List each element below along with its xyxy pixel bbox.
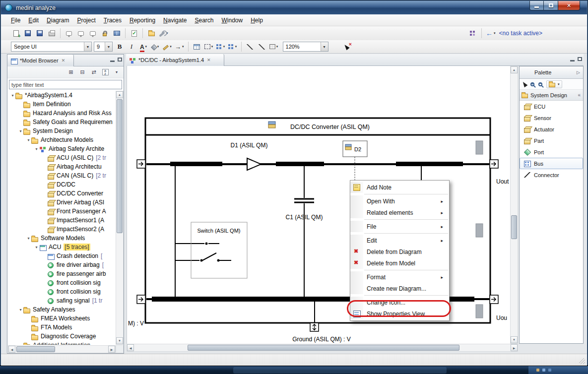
tree-item[interactable]: ▾Architecture Models: [8, 135, 116, 144]
editor-hscrollbar[interactable]: ◀ ▶: [127, 344, 518, 352]
back-button[interactable]: ▾: [484, 28, 497, 39]
open-resource-button[interactable]: [145, 28, 157, 39]
context-menu-item[interactable]: Add Note: [350, 182, 449, 193]
context-menu-item[interactable]: Delete from Model: [350, 257, 449, 269]
new-comment-button[interactable]: [63, 28, 75, 39]
collapse-all-button[interactable]: ⊟: [77, 67, 87, 77]
tree-expand-arrow[interactable]: ▾: [34, 245, 39, 249]
maximize-view-icon[interactable]: [578, 57, 582, 61]
menu-item-diagram[interactable]: Diagram: [43, 15, 73, 25]
filter-input[interactable]: [9, 80, 122, 89]
scroll-up-icon[interactable]: ▲: [511, 66, 518, 73]
tree-expand-arrow[interactable]: ▾: [18, 308, 23, 312]
new-diagram-button[interactable]: [10, 28, 22, 39]
taskbar[interactable]: [0, 366, 588, 374]
close-icon[interactable]: ✕: [207, 58, 211, 62]
menu-item-navigate[interactable]: Navigate: [159, 15, 191, 25]
scroll-up-icon[interactable]: ▲: [116, 91, 123, 98]
sort-button[interactable]: az: [100, 67, 110, 77]
tree-item[interactable]: Hazard Analysis and Risk Ass: [8, 109, 116, 118]
fill-color-dropdown[interactable]: ▾: [149, 41, 161, 53]
palette-item-sensor[interactable]: Sensor: [520, 112, 583, 124]
align-dropdown[interactable]: ▾: [227, 41, 239, 53]
select-mode-dropdown[interactable]: ▾: [203, 41, 215, 53]
zoom-out-icon[interactable]: [538, 82, 542, 86]
tab-model-browser[interactable]: *Model Browser ✕: [7, 55, 74, 66]
scroll-thumb[interactable]: [16, 346, 55, 352]
tree-item[interactable]: Additional Information: [8, 341, 116, 345]
palette-item-part[interactable]: Part: [520, 135, 583, 146]
diode-d1-symbol[interactable]: [247, 158, 261, 170]
component-d2[interactable]: D2: [343, 141, 367, 181]
scroll-right-icon[interactable]: ▶: [511, 344, 518, 351]
tree-item[interactable]: FMEA Worksheets: [8, 314, 116, 323]
link-with-editor-button[interactable]: ⇄: [89, 67, 99, 77]
menu-item-edit[interactable]: Edit: [24, 15, 43, 25]
context-menu-item[interactable]: Open With▸: [350, 195, 449, 207]
tree-item[interactable]: Safety Goals and Requiremen: [8, 118, 116, 126]
tree-item[interactable]: Driver Airbag (ASI: [8, 198, 116, 207]
tree-item[interactable]: front collision sig: [8, 287, 116, 296]
palette-item-actuator[interactable]: Actuator: [520, 124, 583, 135]
output-port-top[interactable]: [490, 160, 498, 168]
line-color-dropdown[interactable]: ▾: [161, 41, 173, 53]
tray-icon[interactable]: [548, 369, 551, 372]
palette-item-ecu[interactable]: ECU: [520, 101, 583, 112]
tree-item[interactable]: DC/DC: [8, 180, 116, 189]
arrow-style-dropdown[interactable]: ▾: [173, 41, 186, 53]
view-menu-button[interactable]: ▾: [112, 67, 122, 77]
tree-item[interactable]: ▾Safety Analyses: [8, 305, 116, 314]
dictionary-button[interactable]: [111, 28, 123, 39]
menu-item-reporting[interactable]: Reporting: [126, 15, 159, 25]
tree-item[interactable]: safing signal[1 tr: [8, 296, 116, 305]
close-button[interactable]: ✕: [558, 1, 580, 10]
tree-item[interactable]: Diagnostic Coverage: [8, 332, 116, 341]
scroll-thumb[interactable]: [117, 99, 123, 233]
grid-dropdown[interactable]: ▾: [268, 41, 280, 53]
model-browser-hscrollbar[interactable]: ◀ ▶: [8, 345, 116, 353]
side-port-anchors[interactable]: [476, 141, 483, 318]
tree-item[interactable]: Crash detection[: [8, 251, 116, 260]
tree-item[interactable]: fire driver airbag[: [8, 260, 116, 269]
tree-item[interactable]: ▾Airbag Safety Archite: [8, 144, 116, 153]
save-all-button[interactable]: [34, 28, 46, 39]
check-model-button[interactable]: [128, 28, 140, 39]
tree-item[interactable]: ▾*AirbagSystem1.4: [8, 91, 116, 100]
tree-item[interactable]: ImpactSensor2 (A: [8, 225, 116, 234]
tools-dropdown-button[interactable]: ▾: [157, 28, 170, 39]
tree-expand-arrow[interactable]: ▾: [34, 147, 39, 151]
context-menu-item[interactable]: Format▸: [350, 271, 449, 283]
switch-block[interactable]: Switch (ASIL QM): [175, 165, 247, 297]
font-size-select[interactable]: 9▼: [94, 42, 113, 52]
menu-item-help[interactable]: Help: [247, 15, 267, 25]
font-family-select[interactable]: Segoe UI▼: [11, 42, 92, 52]
print-button[interactable]: [46, 28, 58, 39]
tree-item[interactable]: Item Definition: [8, 100, 116, 109]
context-menu-item[interactable]: Delete from Diagram: [350, 246, 449, 257]
scroll-left-icon[interactable]: ◀: [8, 346, 15, 353]
diagram-canvas[interactable]: DC/DC Converter (ASIL QM) D1 (ASIL QM): [127, 66, 510, 344]
bold-button[interactable]: B: [114, 41, 126, 53]
capacitor-c1[interactable]: [294, 165, 314, 297]
table-button[interactable]: [191, 41, 203, 53]
ground-port[interactable]: [310, 302, 319, 331]
save-button[interactable]: [22, 28, 34, 39]
tree-expand-arrow[interactable]: ▾: [10, 93, 15, 98]
zoom-select[interactable]: 120%▼: [283, 42, 328, 52]
project-view-button[interactable]: [467, 28, 479, 39]
palette-item-bus[interactable]: Bus: [520, 158, 583, 169]
tree-item[interactable]: Front Passenger A: [8, 207, 116, 216]
tree-item[interactable]: ▾Software Models: [8, 234, 116, 243]
scroll-thumb[interactable]: [511, 215, 517, 239]
tree-expand-arrow[interactable]: ▾: [26, 236, 31, 241]
top-bus-wire[interactable]: [146, 162, 489, 166]
tree-item[interactable]: DC/DC Converter: [8, 189, 116, 198]
output-port-bottom[interactable]: [490, 295, 498, 304]
minimize-view-icon[interactable]: [110, 61, 115, 62]
menu-item-window[interactable]: Window: [217, 15, 247, 25]
menu-item-project[interactable]: Project: [73, 15, 99, 25]
palette-item-connector[interactable]: Connector: [520, 169, 583, 181]
scroll-down-icon[interactable]: ▼: [511, 336, 518, 343]
palette-header[interactable]: Palette ▷: [520, 66, 583, 79]
tree-item[interactable]: fire passenger airb: [8, 269, 116, 278]
